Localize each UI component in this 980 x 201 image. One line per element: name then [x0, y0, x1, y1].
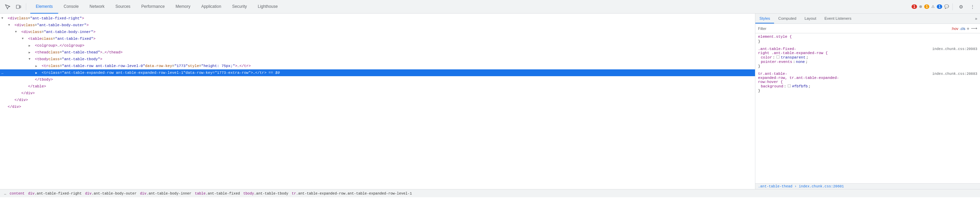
tab-console[interactable]: Console — [58, 0, 84, 14]
tab-memory[interactable]: Memory — [170, 0, 196, 14]
breadcrumb-item-tr-expanded[interactable]: tr.ant-table-expanded-row.ant-table-expa… — [290, 192, 413, 196]
tab-performance[interactable]: Performance — [136, 0, 170, 14]
filter-label: Filter — [758, 27, 766, 31]
right-tab-computed[interactable]: Computed — [774, 14, 800, 24]
breadcrumb-item-content[interactable]: content — [8, 192, 26, 196]
breadcrumb-item-tbody[interactable]: tbody.ant-table-tbody — [242, 192, 290, 196]
dom-line-4[interactable]: <table class="ant-table-fixed"> — [0, 35, 755, 42]
right-panel: Styles Computed Layout Event Listeners »… — [755, 14, 980, 189]
right-tab-layout[interactable]: Layout — [800, 14, 820, 24]
error-icon: ⊗ — [919, 5, 922, 9]
rule-selector-1: .ant-table-fixed- — [758, 47, 828, 51]
triangle-3[interactable] — [15, 30, 19, 34]
filter-add-btn[interactable]: + — [967, 26, 969, 31]
tab-lighthouse[interactable]: Lighthouse — [252, 0, 283, 14]
filter-expand-btn[interactable]: ⟵ — [971, 26, 977, 31]
right-tab-styles[interactable]: Styles — [755, 14, 774, 24]
dom-line-3[interactable]: <div class="ant-table-body-inner"> — [0, 28, 755, 35]
triangle-9[interactable] — [35, 71, 40, 75]
toolbar-separator — [26, 3, 26, 10]
dom-line-12[interactable]: </div> — [0, 90, 755, 97]
right-panel-bottom-link[interactable]: .ant-table-thead › index.chunk.css:20601 — [755, 183, 980, 189]
right-tabs: Styles Computed Layout Event Listeners » — [755, 14, 980, 24]
triangle-5[interactable] — [29, 44, 33, 47]
breadcrumb: … content div.ant-table-fixed-right div.… — [0, 189, 980, 197]
rule-selector-element: element.style { — [758, 35, 792, 39]
breadcrumb-item-fixed-right[interactable]: div.ant-table-fixed-right — [27, 192, 83, 196]
devtools-toolbar: Elements Console Network Sources Perform… — [0, 0, 980, 14]
breadcrumb-item-body-inner[interactable]: div.ant-table-body-inner — [138, 192, 192, 196]
dom-line-11[interactable]: </table> — [0, 83, 755, 90]
warning-icon: ⚠ — [931, 5, 935, 9]
rule-prop-background: background: #fbfbfb; — [761, 84, 977, 89]
style-rule-element: element.style { } — [758, 35, 977, 44]
settings-icon[interactable]: ⚙ — [956, 2, 966, 11]
tab-elements[interactable]: Elements — [30, 0, 58, 14]
breadcrumb-item-ellipsis[interactable]: … — [3, 192, 8, 196]
color-swatch-fbfbfb — [788, 84, 791, 87]
tab-security[interactable]: Security — [227, 0, 252, 14]
triangle-7[interactable] — [29, 57, 33, 61]
dom-line-6[interactable]: <thead class="ant-table-thead">…</thead> — [0, 49, 755, 56]
dom-line-14[interactable]: </div> — [0, 103, 755, 110]
dom-line-9[interactable]: … <tr class="ant-table-expanded-row ant-… — [0, 70, 755, 76]
filter-cls[interactable]: .cls — [959, 27, 966, 31]
filter-bar: Filter :hov .cls + ⟵ — [755, 24, 980, 33]
dom-line-13[interactable]: </div> — [0, 97, 755, 103]
triangle-8[interactable] — [35, 64, 40, 68]
rule-selector-2b: expanded-row, tr.ant-table-expanded- — [758, 76, 839, 80]
filter-input[interactable] — [768, 27, 950, 31]
ellipsis-indicator: … — [2, 71, 6, 75]
triangle-1[interactable] — [2, 17, 5, 20]
dom-line-2[interactable]: <div class="ant-table-body-outer"> — [0, 22, 755, 28]
right-tab-event-listeners[interactable]: Event Listeners — [820, 14, 856, 24]
more-icon[interactable]: ⋮ — [968, 2, 977, 11]
style-rule-1: .ant-table-fixed- right .ant-table-expan… — [758, 47, 977, 68]
rule-selector-2c: row:hover { — [758, 80, 839, 84]
dom-line-5[interactable]: <colgroup>…</colgroup> — [0, 42, 755, 49]
styles-panel: element.style { } .ant-table-fixed- righ… — [755, 33, 980, 183]
dom-line-10[interactable]: </tbody> — [0, 76, 755, 83]
main-area: <div class="ant-table-fixed-right"> <div… — [0, 14, 980, 189]
tab-application[interactable]: Application — [196, 0, 227, 14]
breadcrumb-item-body-outer[interactable]: div.ant-table-body-outer — [84, 192, 138, 196]
filter-hov[interactable]: :hov — [951, 27, 959, 31]
rule-selector-2a: tr.ant-table- — [758, 72, 839, 76]
warning-badge: 1 — [924, 5, 930, 9]
rule-prop-color: color: transparent; — [761, 55, 977, 60]
rule-selector-1b: right .ant-table-expanded-row { — [758, 51, 828, 55]
inspect-icon[interactable] — [3, 2, 12, 11]
dom-panel[interactable]: <div class="ant-table-fixed-right"> <div… — [0, 14, 755, 189]
style-rule-2: tr.ant-table- expanded-row, tr.ant-table… — [758, 72, 977, 93]
svg-rect-1 — [20, 6, 21, 8]
tab-network[interactable]: Network — [84, 0, 110, 14]
rule-prop-pointer-events: pointer-events: none; — [761, 60, 977, 64]
triangle-4[interactable] — [22, 37, 26, 41]
dom-line-7[interactable]: <tbody class="ant-table-tbody"> — [0, 56, 755, 63]
svg-rect-0 — [16, 5, 19, 8]
rule-file-2[interactable]: index.chunk.css:20883 — [932, 72, 977, 76]
device-toggle-icon[interactable] — [14, 2, 23, 11]
error-badge: 1 — [912, 5, 917, 9]
rule-file-1[interactable]: index.chunk.css:20983 — [932, 47, 977, 51]
dom-line-1[interactable]: <div class="ant-table-fixed-right"> — [0, 15, 755, 22]
triangle-6[interactable] — [29, 51, 33, 54]
main-tabs: Elements Console Network Sources Perform… — [29, 0, 910, 14]
dollar-zero: == $0 — [269, 71, 280, 75]
info-badge: 1 — [937, 5, 942, 9]
color-swatch-transparent — [776, 55, 780, 59]
tab-sources[interactable]: Sources — [110, 0, 136, 14]
triangle-2[interactable] — [8, 24, 12, 27]
right-tab-more[interactable]: » — [972, 14, 980, 24]
dom-line-8[interactable]: <tr class="ant-table-row ant-table-row-l… — [0, 63, 755, 70]
breadcrumb-item-table-fixed[interactable]: table.ant-table-fixed — [193, 192, 241, 196]
toolbar-right: 1 ⊗ 1 ⚠ 1 💬 ⚙ ⋮ — [912, 2, 977, 11]
console-icon: 💬 — [944, 5, 949, 9]
